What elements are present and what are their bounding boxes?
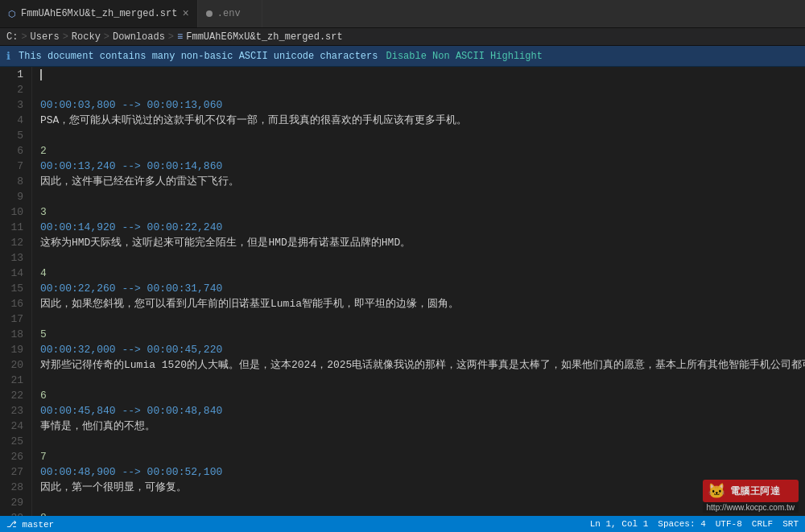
code-line: ​	[40, 311, 805, 327]
code-line: ​	[40, 495, 805, 510]
line-number: 10	[6, 204, 23, 220]
line-number: 24	[6, 419, 23, 434]
line-number: 4	[6, 113, 23, 128]
line-number: 21	[6, 373, 23, 388]
line-number: 14	[6, 266, 23, 281]
line-number: 30	[6, 510, 23, 516]
warning-text: This document contains many non-basic AS…	[19, 51, 378, 62]
code-line: 5	[40, 327, 805, 342]
warning-icon: ℹ	[6, 50, 10, 63]
code-line: ​	[40, 189, 805, 204]
code-line: 2	[40, 143, 805, 159]
code-line: ​	[40, 373, 805, 388]
line-number: 5	[6, 128, 23, 143]
code-line: ​	[40, 434, 805, 449]
disable-highlight-link[interactable]: Disable Non ASCII Highlight	[386, 51, 542, 62]
code-line: ​	[40, 128, 805, 143]
breadcrumb-drive[interactable]: C:	[6, 31, 18, 43]
line-number: 9	[6, 189, 23, 204]
line-number: 13	[6, 250, 23, 266]
breadcrumb: C: > Users > Rocky > Downloads > ≡ FmmUA…	[0, 28, 805, 46]
code-line	[40, 67, 805, 82]
code-line: PSA，您可能从未听说过的这款手机不仅有一部，而且我真的很喜欢的手机应该有更多手…	[40, 113, 805, 128]
line-number: 15	[6, 281, 23, 296]
line-number: 26	[6, 449, 23, 464]
sep3: >	[104, 31, 109, 43]
close-tab-button[interactable]: ×	[182, 7, 188, 20]
line-number: 7	[6, 159, 23, 174]
status-bar: ⎇ master Ln 1, Col 1 Spaces: 4 UTF-8 CRL…	[0, 516, 805, 532]
line-number: 2	[6, 82, 23, 97]
line-number: 19	[6, 342, 23, 357]
srt-file-icon: ⬡	[8, 9, 16, 19]
watermark-label: 電腦王阿達	[730, 485, 781, 498]
breadcrumb-current-file: FmmUAhE6MxU&t_zh_merged.srt	[186, 31, 342, 43]
line-number: 16	[6, 296, 23, 311]
code-line: 对那些记得传奇的Lumia 1520的人大喊。但是，这本2024，2025电话就…	[40, 357, 805, 373]
breadcrumb-users[interactable]: Users	[31, 31, 60, 43]
line-number: 17	[6, 311, 23, 327]
active-tab-label: FmmUAhE6MxU&t_zh_merged.srt	[21, 8, 177, 19]
code-line: 00:00:48,900 --> 00:00:52,100	[40, 464, 805, 480]
code-line: 00:00:14,920 --> 00:00:22,240	[40, 220, 805, 235]
sep4: >	[168, 31, 174, 43]
line-number: 3	[6, 97, 23, 113]
tab-dot	[206, 10, 213, 17]
active-tab[interactable]: ⬡ FmmUAhE6MxU&t_zh_merged.srt ×	[0, 0, 198, 27]
status-spaces: Spaces: 4	[658, 519, 705, 529]
status-branch: ⎇ master	[6, 519, 54, 530]
code-line: 因此，如果您斜视，您可以看到几年前的旧诺基亚Lumia智能手机，即平坦的边缘，圆…	[40, 296, 805, 311]
line-number: 20	[6, 357, 23, 373]
sep2: >	[63, 31, 68, 43]
title-bar: ⬡ FmmUAhE6MxU&t_zh_merged.srt × .env	[0, 0, 805, 28]
line-number: 22	[6, 388, 23, 403]
sep1: >	[21, 31, 27, 43]
code-line: 00:00:13,240 --> 00:00:14,860	[40, 159, 805, 174]
breadcrumb-downloads[interactable]: Downloads	[113, 31, 165, 43]
code-line: 因此，这件事已经在许多人的雷达下飞行。	[40, 174, 805, 189]
code-area[interactable]: ​00:00:03,800 --> 00:00:13,060PSA，您可能从未听…	[32, 67, 805, 516]
watermark-icon: 🐱	[708, 482, 725, 500]
line-number: 27	[6, 464, 23, 480]
line-number: 23	[6, 403, 23, 419]
code-line: 4	[40, 266, 805, 281]
line-number: 11	[6, 220, 23, 235]
code-line: 00:00:22,260 --> 00:00:31,740	[40, 281, 805, 296]
inactive-tab-label: .env	[217, 8, 241, 19]
code-line: ​	[40, 82, 805, 97]
code-line: 因此，第一个很明显，可修复。	[40, 480, 805, 495]
code-line: 事情是，他们真的不想。	[40, 419, 805, 434]
line-number: 25	[6, 434, 23, 449]
line-numbers: 1234567891011121314151617181920212223242…	[0, 67, 32, 516]
line-number: 18	[6, 327, 23, 342]
editor: 1234567891011121314151617181920212223242…	[0, 67, 805, 516]
warning-bar: ℹ This document contains many non-basic …	[0, 46, 805, 67]
line-number: 29	[6, 495, 23, 510]
watermark: 🐱 電腦王阿達 http://www.kocpc.com.tw	[703, 480, 799, 513]
line-number: 28	[6, 480, 23, 495]
code-line: ​	[40, 250, 805, 266]
code-line: 3	[40, 204, 805, 220]
inactive-tab[interactable]: .env	[198, 0, 262, 27]
code-line: 7	[40, 449, 805, 464]
status-encoding: UTF-8	[716, 519, 742, 529]
line-number: 8	[6, 174, 23, 189]
code-line: 8	[40, 510, 805, 516]
watermark-url: http://www.kocpc.com.tw	[703, 502, 799, 513]
code-line: 00:00:32,000 --> 00:00:45,220	[40, 342, 805, 357]
line-number: 12	[6, 235, 23, 250]
line-number: 6	[6, 143, 23, 159]
breadcrumb-file-icon: ≡	[177, 31, 183, 43]
status-language: SRT	[782, 519, 799, 529]
status-eol: CRLF	[752, 519, 773, 529]
code-line: 6	[40, 388, 805, 403]
code-line: 00:00:03,800 --> 00:00:13,060	[40, 97, 805, 113]
code-line: 00:00:45,840 --> 00:00:48,840	[40, 403, 805, 419]
line-number: 1	[6, 67, 23, 82]
breadcrumb-rocky[interactable]: Rocky	[72, 31, 101, 43]
text-cursor	[40, 69, 42, 80]
status-position: Ln 1, Col 1	[590, 519, 649, 529]
code-line: 这称为HMD天际线，这听起来可能完全陌生，但是HMD是拥有诺基亚品牌的HMD。	[40, 235, 805, 250]
